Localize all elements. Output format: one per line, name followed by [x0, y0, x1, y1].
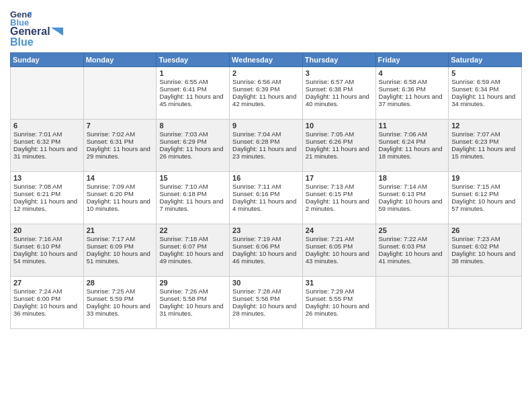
sunset-text: Sunset: 6:07 PM: [159, 242, 226, 250]
daylight-text: Daylight: 11 hours and 12 minutes.: [13, 197, 81, 212]
day-number: 31: [306, 279, 373, 287]
calendar-cell: 10Sunrise: 7:05 AMSunset: 6:26 PMDayligh…: [302, 120, 375, 172]
sunset-text: Sunset: 6:39 PM: [232, 85, 300, 93]
sunset-text: Sunset: 6:29 PM: [159, 138, 226, 145]
sunrise-text: Sunrise: 7:05 AM: [306, 130, 373, 138]
sunrise-text: Sunrise: 7:14 AM: [379, 183, 446, 190]
calendar-cell: 20Sunrise: 7:16 AMSunset: 6:10 PMDayligh…: [11, 224, 84, 277]
day-number: 6: [13, 122, 81, 130]
daylight-text: Daylight: 11 hours and 21 minutes.: [306, 145, 373, 160]
daylight-text: Daylight: 11 hours and 7 minutes.: [159, 197, 226, 212]
day-number: 13: [13, 174, 81, 182]
calendar-cell: 4Sunrise: 6:58 AMSunset: 6:36 PMDaylight…: [375, 67, 449, 120]
sunrise-text: Sunrise: 7:04 AM: [232, 130, 300, 138]
day-number: 7: [87, 122, 154, 130]
sunset-text: Sunset: 6:21 PM: [13, 190, 81, 197]
calendar-table: SundayMondayTuesdayWednesdayThursdayFrid…: [10, 52, 522, 329]
daylight-text: Daylight: 10 hours and 36 minutes.: [13, 302, 81, 317]
sunrise-text: Sunrise: 7:17 AM: [87, 235, 154, 242]
sunrise-text: Sunrise: 7:25 AM: [87, 287, 154, 295]
day-number: 10: [306, 122, 373, 130]
calendar-cell: 5Sunrise: 6:59 AMSunset: 6:34 PMDaylight…: [449, 67, 522, 120]
sunrise-text: Sunrise: 6:58 AM: [379, 78, 446, 85]
logo-arrow-icon: [51, 28, 63, 36]
sunset-text: Sunset: 6:05 PM: [306, 242, 373, 250]
daylight-text: Daylight: 10 hours and 46 minutes.: [232, 250, 300, 265]
day-number: 11: [379, 122, 446, 130]
sunrise-text: Sunrise: 7:09 AM: [87, 183, 154, 190]
calendar-cell: 17Sunrise: 7:13 AMSunset: 6:15 PMDayligh…: [302, 172, 375, 224]
calendar-container: General Blue General Blue SundayMondayTu…: [0, 0, 532, 332]
calendar-cell: 31Sunrise: 7:29 AMSunset: 5:55 PMDayligh…: [302, 277, 375, 329]
day-number: 5: [451, 69, 519, 77]
sunrise-text: Sunrise: 7:06 AM: [379, 130, 446, 138]
sunset-text: Sunset: 6:28 PM: [232, 138, 300, 145]
day-number: 21: [87, 226, 154, 234]
sunset-text: Sunset: 6:38 PM: [306, 85, 373, 93]
day-number: 15: [159, 174, 226, 182]
daylight-text: Daylight: 11 hours and 45 minutes.: [159, 93, 226, 107]
sunset-text: Sunset: 6:10 PM: [13, 242, 81, 250]
sunrise-text: Sunrise: 7:18 AM: [159, 235, 226, 242]
calendar-cell: 19Sunrise: 7:15 AMSunset: 6:12 PMDayligh…: [449, 172, 522, 224]
daylight-text: Daylight: 10 hours and 51 minutes.: [87, 250, 154, 265]
sunrise-text: Sunrise: 7:19 AM: [232, 235, 300, 242]
calendar-cell: 3Sunrise: 6:57 AMSunset: 6:38 PMDaylight…: [302, 67, 375, 120]
sunrise-text: Sunrise: 7:02 AM: [87, 130, 154, 138]
calendar-cell: 15Sunrise: 7:10 AMSunset: 6:18 PMDayligh…: [157, 172, 230, 224]
sunset-text: Sunset: 6:16 PM: [232, 190, 300, 197]
calendar-row: 27Sunrise: 7:24 AMSunset: 6:00 PMDayligh…: [11, 277, 522, 329]
calendar-cell: 9Sunrise: 7:04 AMSunset: 6:28 PMDaylight…: [230, 120, 303, 172]
daylight-text: Daylight: 11 hours and 31 minutes.: [13, 145, 81, 160]
logo-blue: Blue: [10, 36, 34, 48]
sunset-text: Sunset: 6:24 PM: [379, 138, 446, 145]
calendar-cell: [11, 67, 84, 120]
sunrise-text: Sunrise: 7:28 AM: [232, 287, 300, 295]
weekday-header: Monday: [83, 53, 157, 67]
calendar-cell: 16Sunrise: 7:11 AMSunset: 6:16 PMDayligh…: [230, 172, 303, 224]
sunrise-text: Sunrise: 7:13 AM: [306, 183, 373, 190]
day-number: 24: [306, 226, 373, 234]
calendar-cell: 13Sunrise: 7:08 AMSunset: 6:21 PMDayligh…: [11, 172, 84, 224]
day-number: 18: [379, 174, 446, 182]
calendar-row: 6Sunrise: 7:01 AMSunset: 6:32 PMDaylight…: [11, 120, 522, 172]
calendar-cell: [83, 67, 157, 120]
day-number: 4: [379, 69, 446, 77]
sunset-text: Sunset: 6:32 PM: [13, 138, 81, 145]
sunset-text: Sunset: 6:20 PM: [87, 190, 154, 197]
sunset-text: Sunset: 5:59 PM: [87, 295, 154, 302]
weekday-header: Wednesday: [230, 53, 303, 67]
daylight-text: Daylight: 11 hours and 4 minutes.: [232, 197, 300, 212]
sunrise-text: Sunrise: 7:26 AM: [159, 287, 226, 295]
calendar-cell: 1Sunrise: 6:55 AMSunset: 6:41 PMDaylight…: [157, 67, 230, 120]
sunrise-text: Sunrise: 7:01 AM: [13, 130, 81, 138]
calendar-cell: [375, 277, 449, 329]
sunset-text: Sunset: 6:34 PM: [451, 85, 519, 93]
day-number: 14: [87, 174, 154, 182]
sunset-text: Sunset: 6:06 PM: [232, 242, 300, 250]
sunset-text: Sunset: 5:55 PM: [306, 295, 373, 302]
day-number: 28: [87, 279, 154, 287]
sunrise-text: Sunrise: 7:03 AM: [159, 130, 226, 138]
daylight-text: Daylight: 10 hours and 38 minutes.: [451, 250, 519, 265]
daylight-text: Daylight: 10 hours and 43 minutes.: [306, 250, 373, 265]
day-number: 3: [306, 69, 373, 77]
day-number: 9: [232, 122, 300, 130]
calendar-cell: 12Sunrise: 7:07 AMSunset: 6:23 PMDayligh…: [449, 120, 522, 172]
sunrise-text: Sunrise: 7:10 AM: [159, 183, 226, 190]
daylight-text: Daylight: 11 hours and 26 minutes.: [159, 145, 226, 160]
daylight-text: Daylight: 10 hours and 49 minutes.: [159, 250, 226, 265]
daylight-text: Daylight: 10 hours and 54 minutes.: [13, 250, 81, 265]
sunset-text: Sunset: 6:18 PM: [159, 190, 226, 197]
calendar-cell: 26Sunrise: 7:23 AMSunset: 6:02 PMDayligh…: [449, 224, 522, 277]
calendar-cell: 30Sunrise: 7:28 AMSunset: 5:56 PMDayligh…: [230, 277, 303, 329]
calendar-cell: 6Sunrise: 7:01 AMSunset: 6:32 PMDaylight…: [11, 120, 84, 172]
sunset-text: Sunset: 6:26 PM: [306, 138, 373, 145]
calendar-cell: 24Sunrise: 7:21 AMSunset: 6:05 PMDayligh…: [302, 224, 375, 277]
sunrise-text: Sunrise: 6:57 AM: [306, 78, 373, 85]
sunrise-text: Sunrise: 6:59 AM: [451, 78, 519, 85]
daylight-text: Daylight: 11 hours and 29 minutes.: [87, 145, 154, 160]
day-number: 30: [232, 279, 300, 287]
sunrise-text: Sunrise: 7:16 AM: [13, 235, 81, 242]
daylight-text: Daylight: 11 hours and 18 minutes.: [379, 145, 446, 160]
